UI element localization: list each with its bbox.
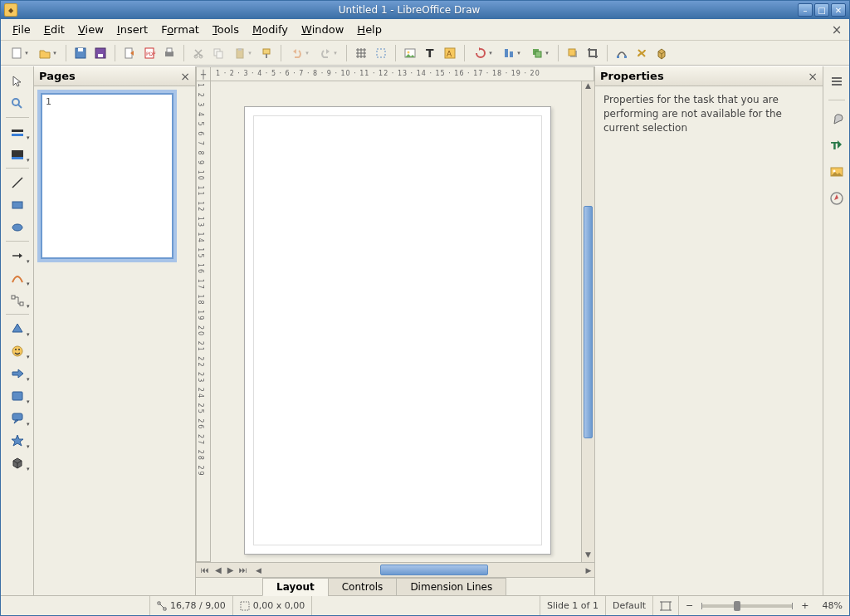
size-icon: [240, 601, 250, 611]
fill-color-tool[interactable]: [3, 143, 32, 165]
last-sheet-button[interactable]: ⏭: [237, 565, 249, 574]
undo-button[interactable]: ▾: [286, 44, 313, 62]
zoom-slider[interactable]: [701, 604, 793, 608]
vertical-scrollbar[interactable]: ▲ ▼: [581, 81, 594, 562]
maximize-button[interactable]: □: [814, 3, 829, 17]
menu-view[interactable]: View: [71, 21, 110, 38]
basic-shapes-tool[interactable]: [3, 317, 32, 340]
paste-button[interactable]: ▾: [229, 44, 256, 62]
zoom-fit-button[interactable]: [653, 596, 679, 615]
edit-points-button[interactable]: [613, 44, 631, 62]
grid-button[interactable]: [352, 44, 370, 62]
close-pages-panel-button[interactable]: ×: [180, 71, 190, 82]
curve-tool[interactable]: [3, 266, 32, 289]
horizontal-ruler[interactable]: 1 · 2 · 3 · 4 · 5 · 6 · 7 · 8 · 9 · 10 ·…: [211, 66, 594, 81]
scroll-up-arrow[interactable]: ▲: [582, 81, 594, 93]
sidebar-properties-icon[interactable]: [827, 109, 847, 129]
sidebar-styles-icon[interactable]: T: [827, 135, 847, 155]
vertical-scroll-thumb[interactable]: [584, 206, 593, 438]
sidebar-gallery-icon[interactable]: [827, 162, 847, 182]
3d-object-tool[interactable]: [3, 452, 32, 474]
extrusion-button[interactable]: [652, 44, 671, 62]
scroll-left-arrow[interactable]: ◀: [252, 563, 264, 577]
save-as-button[interactable]: [91, 44, 110, 62]
svg-rect-52: [12, 392, 22, 400]
redo-button[interactable]: ▾: [315, 44, 341, 62]
insert-textbox-button[interactable]: T: [421, 44, 439, 62]
export-pdf-button[interactable]: PDF: [140, 44, 159, 62]
print-button[interactable]: [160, 44, 178, 62]
menu-modify[interactable]: Modify: [246, 21, 295, 38]
shadow-button[interactable]: [564, 44, 582, 62]
ruler-origin[interactable]: ┼: [196, 66, 211, 81]
zoom-tool[interactable]: [3, 92, 32, 115]
menu-window[interactable]: Window: [295, 21, 350, 38]
connector-tool[interactable]: [3, 289, 32, 311]
line-color-tool[interactable]: [3, 120, 32, 143]
horizontal-scrollbar[interactable]: [264, 563, 583, 577]
menu-insert[interactable]: Insert: [110, 21, 154, 38]
glue-points-button[interactable]: [633, 44, 651, 62]
minimize-button[interactable]: –: [798, 3, 813, 17]
menu-tools[interactable]: Tools: [206, 21, 246, 38]
sidebar-settings-icon[interactable]: [827, 71, 847, 91]
select-tool[interactable]: [3, 70, 32, 92]
horizontal-scroll-thumb[interactable]: [380, 565, 488, 575]
ellipse-tool[interactable]: [3, 216, 32, 238]
align-button[interactable]: ▾: [498, 44, 525, 62]
drawing-canvas[interactable]: [211, 81, 581, 562]
new-document-button[interactable]: ▾: [6, 44, 32, 62]
close-window-button[interactable]: ✕: [831, 3, 846, 17]
copy-button[interactable]: [209, 44, 227, 62]
close-document-button[interactable]: ×: [829, 22, 844, 37]
first-sheet-button[interactable]: ⏮: [199, 565, 211, 574]
crop-button[interactable]: [584, 44, 602, 62]
svg-rect-32: [535, 51, 541, 57]
menu-format[interactable]: Format: [154, 21, 206, 38]
status-style-cell[interactable]: Default: [606, 596, 653, 615]
tab-dimension-lines[interactable]: Dimension Lines: [396, 578, 506, 596]
save-button[interactable]: [71, 44, 90, 62]
zoom-in-button[interactable]: +: [801, 600, 808, 611]
rotate-button[interactable]: ▾: [470, 44, 496, 62]
zoom-out-button[interactable]: −: [686, 600, 693, 611]
zoom-controls: − +: [679, 596, 815, 615]
insert-image-button[interactable]: [401, 44, 419, 62]
menu-edit[interactable]: Edit: [37, 21, 71, 38]
fontwork-button[interactable]: A: [441, 44, 459, 62]
svg-rect-0: [12, 48, 21, 58]
menu-help[interactable]: Help: [350, 21, 388, 38]
open-button[interactable]: ▾: [34, 44, 61, 62]
tab-layout[interactable]: Layout: [262, 578, 329, 596]
status-slide-cell[interactable]: Slide 1 of 1: [540, 596, 606, 615]
clone-formatting-button[interactable]: [257, 44, 276, 62]
page-surface[interactable]: [244, 106, 551, 555]
export-button[interactable]: [120, 44, 139, 62]
zoom-percent[interactable]: 48%: [816, 596, 849, 615]
app-icon: [4, 3, 17, 17]
scroll-right-arrow[interactable]: ▶: [583, 563, 594, 577]
sidebar-navigator-icon[interactable]: [827, 188, 847, 208]
close-properties-panel-button[interactable]: ×: [808, 71, 818, 82]
callout-tool[interactable]: [3, 407, 32, 429]
svg-rect-2: [78, 48, 83, 51]
symbol-shapes-tool[interactable]: [3, 340, 32, 362]
prev-sheet-button[interactable]: ◀: [213, 565, 223, 574]
snap-lines-button[interactable]: [372, 44, 390, 62]
tab-controls[interactable]: Controls: [328, 578, 398, 596]
line-tool[interactable]: [3, 171, 32, 193]
rectangle-tool[interactable]: [3, 193, 32, 216]
vertical-ruler[interactable]: 1 2 3 4 5 6 7 8 9 10 11 12 13 14 15 16 1…: [196, 81, 211, 562]
scroll-down-arrow[interactable]: ▼: [582, 550, 594, 562]
block-arrows-tool[interactable]: [3, 362, 32, 384]
star-tool[interactable]: [3, 429, 32, 452]
page-thumbnail-1[interactable]: 1: [41, 93, 173, 259]
zoom-slider-thumb[interactable]: [734, 601, 740, 611]
next-sheet-button[interactable]: ▶: [226, 565, 236, 574]
properties-panel: Properties × Properties for the task tha…: [594, 66, 823, 595]
arrange-button[interactable]: ▾: [526, 44, 553, 62]
flowchart-tool[interactable]: [3, 384, 32, 407]
cut-button[interactable]: [189, 44, 208, 62]
menu-file[interactable]: File: [6, 21, 37, 38]
arrow-tool[interactable]: [3, 244, 32, 266]
